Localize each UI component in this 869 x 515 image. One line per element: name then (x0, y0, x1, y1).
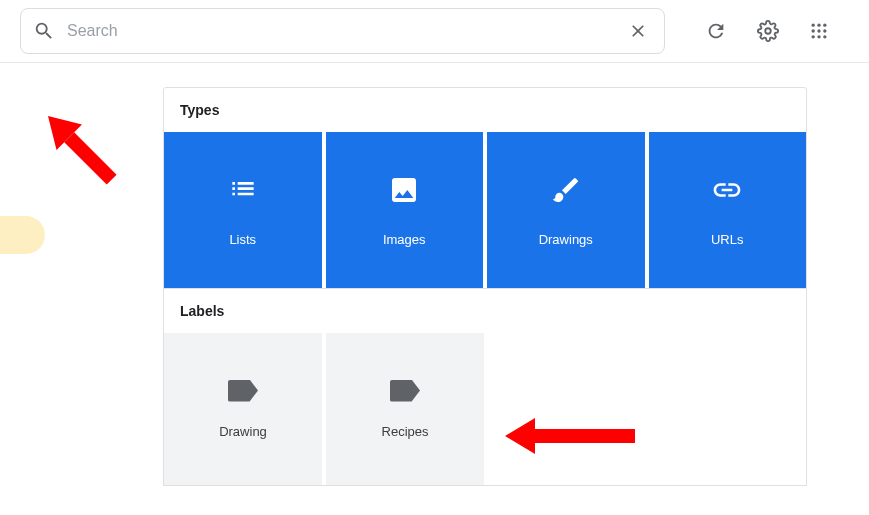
brush-icon (550, 174, 582, 206)
svg-point-7 (812, 35, 815, 38)
svg-point-5 (817, 29, 820, 32)
svg-point-9 (823, 35, 826, 38)
svg-point-6 (823, 29, 826, 32)
type-tile-lists[interactable]: Lists (164, 132, 322, 288)
label-tile-recipes[interactable]: Recipes (326, 333, 484, 485)
type-tile-drawings[interactable]: Drawings (487, 132, 645, 288)
labels-row: Drawing Recipes (164, 333, 806, 485)
labels-header: Labels (164, 289, 806, 333)
tile-label: Lists (229, 232, 256, 247)
gear-icon[interactable] (753, 16, 783, 46)
tile-label: Recipes (382, 424, 429, 439)
tile-label: Drawing (219, 424, 267, 439)
type-tile-urls[interactable]: URLs (649, 132, 807, 288)
svg-point-3 (823, 24, 826, 27)
svg-point-1 (812, 24, 815, 27)
tile-label: Images (383, 232, 426, 247)
types-row: Lists Images Drawings URLs (164, 132, 806, 288)
labels-panel: Labels Drawing Recipes (163, 289, 807, 486)
search-input[interactable] (67, 22, 624, 40)
svg-point-4 (812, 29, 815, 32)
svg-point-0 (765, 28, 771, 34)
image-icon (388, 174, 420, 206)
refresh-icon[interactable] (701, 16, 731, 46)
top-actions (701, 16, 833, 46)
svg-point-8 (817, 35, 820, 38)
apps-grid-icon[interactable] (805, 17, 833, 45)
search-box[interactable] (20, 8, 665, 54)
close-icon[interactable] (624, 17, 652, 45)
content-area: Types Lists Images Drawings (0, 63, 869, 486)
topbar (0, 0, 869, 63)
search-icon (33, 20, 55, 42)
tile-label: URLs (711, 232, 744, 247)
types-header: Types (164, 88, 806, 132)
types-panel: Types Lists Images Drawings (163, 87, 807, 289)
svg-point-2 (817, 24, 820, 27)
label-tile-drawing[interactable]: Drawing (164, 333, 322, 485)
type-tile-images[interactable]: Images (326, 132, 484, 288)
label-icon (228, 380, 258, 402)
tile-label: Drawings (539, 232, 593, 247)
label-icon (390, 380, 420, 402)
list-icon (227, 174, 259, 206)
link-icon (711, 174, 743, 206)
